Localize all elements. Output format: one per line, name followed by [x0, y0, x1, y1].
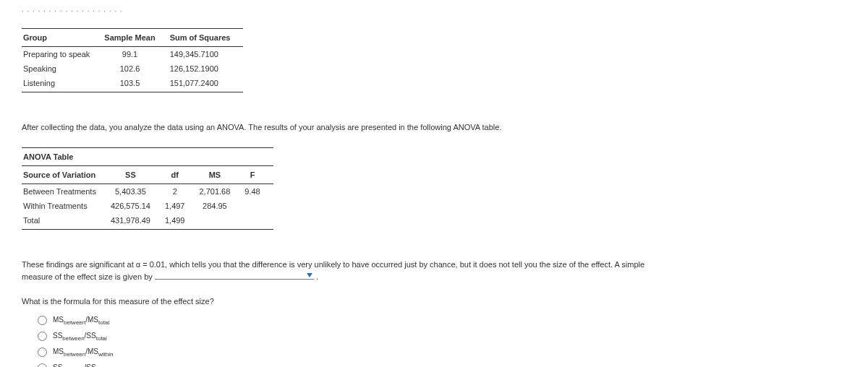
cell: Listening	[22, 76, 103, 92]
cell: 126,152.1900	[169, 61, 244, 76]
table-row: Speaking 102.6 126,152.1900	[22, 61, 243, 76]
cell: 2,701.68	[197, 184, 243, 199]
a-h5: F	[243, 165, 273, 184]
cell: Between Treatments	[22, 184, 109, 199]
breadcrumb-dots: · · · · · · · · · · · · · · · · · · ·	[22, 7, 846, 15]
cell: 284.95	[197, 199, 243, 213]
a-h2: SS	[109, 165, 163, 184]
option-d[interactable]: SSbetween/SSwithin	[38, 363, 846, 367]
option-a[interactable]: MSbetween/MStotal	[38, 316, 846, 326]
cell: 151,077.2400	[169, 76, 244, 92]
table-row: Between Treatments 5,403.35 2 2,701.68 9…	[22, 184, 273, 199]
t1-h3: Sum of Squares	[169, 29, 244, 47]
findings-text-b: .	[316, 272, 318, 281]
cell: 5,403.35	[109, 184, 163, 199]
effect-measure-dropdown[interactable]	[155, 271, 314, 280]
group-table: Group Sample Mean Sum of Squares Prepari…	[22, 28, 243, 92]
opt-text: SSbetween/SStotal	[53, 332, 107, 342]
cell: Speaking	[22, 61, 103, 76]
opt-text: SSbetween/SSwithin	[53, 363, 111, 367]
cell: 149,345.7100	[169, 47, 244, 62]
findings-text-a: These findings are significant at α = 0.…	[22, 260, 644, 282]
table-row: Listening 103.5 151,077.2400	[22, 76, 243, 92]
cell: 1,497	[163, 199, 198, 213]
cell	[243, 199, 273, 213]
anova-table: ANOVA Table Source of Variation SS df MS…	[22, 147, 273, 230]
cell	[197, 213, 243, 230]
table-row: Within Treatments 426,575.14 1,497 284.9…	[22, 199, 273, 213]
anova-title: ANOVA Table	[22, 147, 273, 165]
cell: 1,499	[163, 213, 198, 230]
opt-text: MSbetween/MStotal	[53, 316, 109, 326]
option-c[interactable]: MSbetween/MSwithin	[38, 347, 846, 358]
radio-c[interactable]	[38, 347, 47, 357]
t1-h1: Group	[22, 29, 103, 47]
cell: 99.1	[103, 47, 168, 62]
cell: 103.5	[103, 76, 168, 92]
t1-h2: Sample Mean	[103, 29, 168, 47]
cell: 431,978.49	[109, 213, 163, 230]
radio-b[interactable]	[38, 332, 47, 341]
radio-a[interactable]	[38, 316, 47, 325]
cell: 426,575.14	[109, 199, 163, 213]
table-row: Preparing to speak 99.1 149,345.7100	[22, 47, 243, 62]
anova-intro: After collecting the data, you analyze t…	[22, 121, 673, 134]
chevron-down-icon	[307, 273, 312, 277]
option-b[interactable]: SSbetween/SStotal	[38, 332, 846, 342]
findings-para: These findings are significant at α = 0.…	[22, 259, 673, 284]
table-row: Total 431,978.49 1,499	[22, 213, 273, 230]
cell: Total	[22, 213, 109, 230]
a-h3: df	[163, 165, 198, 184]
cell: 102.6	[103, 61, 168, 76]
formula-question: What is the formula for this measure of …	[22, 297, 846, 306]
a-h1: Source of Variation	[22, 165, 109, 184]
formula-options: MSbetween/MStotal SSbetween/SStotal MSbe…	[38, 316, 846, 367]
cell: Within Treatments	[22, 199, 109, 213]
cell	[243, 213, 273, 230]
cell: 2	[163, 184, 198, 199]
a-h4: MS	[197, 165, 243, 184]
cell: 9.48	[243, 184, 273, 199]
cell: Preparing to speak	[22, 47, 103, 62]
radio-d[interactable]	[38, 363, 47, 367]
opt-text: MSbetween/MSwithin	[53, 347, 113, 358]
